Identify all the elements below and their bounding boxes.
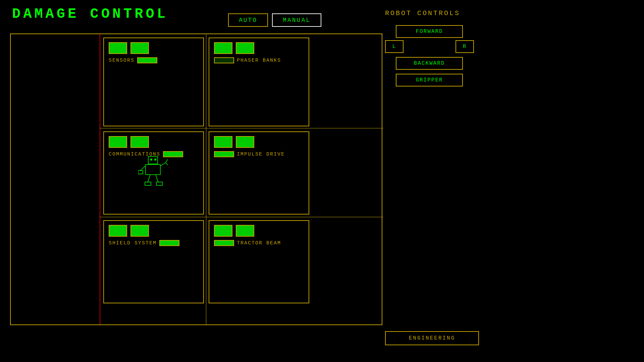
impulse-monitor-right xyxy=(236,136,254,148)
sensors-monitor-group xyxy=(104,38,203,54)
engineering-button[interactable]: ENGINEERING xyxy=(385,331,479,345)
sensors-monitor-right xyxy=(130,42,149,54)
svg-line-8 xyxy=(156,175,158,183)
tractor-monitor-group xyxy=(209,221,309,237)
phaser-banks-panel: PHASER BANKS xyxy=(209,38,309,126)
tractor-status-row: TRACTOR BEAM xyxy=(209,240,309,246)
backward-button[interactable]: BACKWARD xyxy=(396,57,463,70)
sensors-label: SENSORS xyxy=(109,58,135,63)
sensors-status-bar xyxy=(137,57,157,63)
tractor-monitor-right xyxy=(236,225,254,237)
shield-system-panel: SHIELD SYSTEM xyxy=(103,220,204,303)
svg-line-6 xyxy=(166,163,168,165)
tractor-status-bar xyxy=(214,240,234,246)
svg-line-4 xyxy=(160,163,166,166)
svg-rect-12 xyxy=(154,159,156,161)
svg-line-2 xyxy=(140,166,146,171)
shield-monitor-left xyxy=(109,225,127,237)
svg-rect-3 xyxy=(138,171,143,174)
tractor-label: TRACTOR BEAM xyxy=(237,240,281,246)
impulse-monitor-left xyxy=(214,136,232,148)
phaser-status-row: PHASER BANKS xyxy=(209,57,309,63)
sensors-status-row: SENSORS xyxy=(104,57,203,63)
svg-line-5 xyxy=(166,159,168,163)
robot-controls-label: ROBOT CONTROLS xyxy=(385,9,460,17)
auto-button[interactable]: AUTO xyxy=(228,13,268,27)
tractor-beam-panel: TRACTOR BEAM xyxy=(209,220,309,303)
manual-button[interactable]: MANUAL xyxy=(272,13,321,27)
right-button[interactable]: R xyxy=(455,40,474,53)
vertical-divider xyxy=(100,34,100,324)
phaser-status-bar xyxy=(214,57,234,63)
robot-figure-area xyxy=(108,133,199,215)
svg-rect-1 xyxy=(146,165,160,175)
page-title: DAMAGE CONTROL xyxy=(12,6,168,22)
phaser-monitor-left xyxy=(214,42,232,54)
impulse-status-bar xyxy=(214,151,234,157)
impulse-status-row: IMPULSE DRIVE xyxy=(209,151,309,157)
left-button[interactable]: L xyxy=(385,40,404,53)
tractor-monitor-left xyxy=(214,225,232,237)
svg-line-7 xyxy=(148,175,150,183)
impulse-label: IMPULSE DRIVE xyxy=(237,152,285,157)
shield-status-row: SHIELD SYSTEM xyxy=(104,240,203,246)
h-divider-2 xyxy=(100,217,383,217)
main-container: SENSORS PHASER BANKS COMMUNICATIONS xyxy=(10,34,382,325)
sensors-monitor-left xyxy=(109,42,127,54)
gripper-button[interactable]: GRIPPER xyxy=(396,74,463,86)
forward-button[interactable]: FORWARD xyxy=(396,25,463,38)
shield-monitor-right xyxy=(130,225,149,237)
impulse-monitor-group xyxy=(209,132,309,148)
shield-status-bar xyxy=(159,240,179,246)
center-vertical-divider xyxy=(206,34,206,324)
svg-rect-11 xyxy=(150,159,152,161)
phaser-monitor-right xyxy=(236,42,254,54)
sensors-panel: SENSORS xyxy=(103,38,204,126)
mode-buttons-group: AUTO MANUAL xyxy=(228,13,321,27)
impulse-drive-panel: IMPULSE DRIVE xyxy=(209,131,309,215)
h-divider-1 xyxy=(100,128,383,128)
shield-label: SHIELD SYSTEM xyxy=(109,240,157,246)
robot-svg xyxy=(138,156,168,193)
shield-monitor-group xyxy=(104,221,203,237)
phaser-monitor-group xyxy=(209,38,309,54)
phaser-label: PHASER BANKS xyxy=(237,58,281,63)
svg-rect-10 xyxy=(156,182,162,185)
